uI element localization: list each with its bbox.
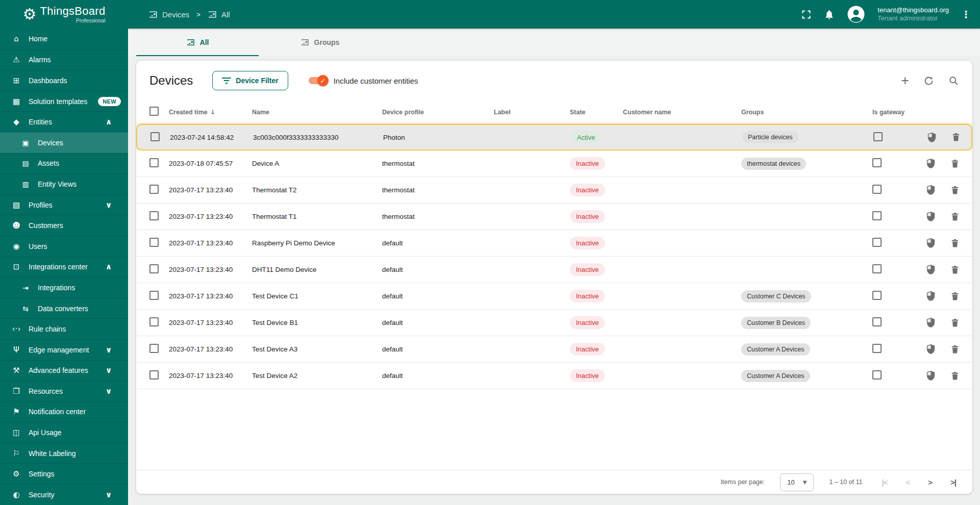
sidebar-item-solution-templates[interactable]: ▦ Solution templates NEW	[0, 91, 128, 112]
manage-credentials-shield-icon[interactable]	[926, 132, 937, 143]
sidebar-item-entity-views[interactable]: ▥ Entity Views	[0, 173, 128, 194]
table-row[interactable]: 2023-07-17 13:23:40 DHT11 Demo Device de…	[136, 257, 972, 283]
is-gateway-checkbox[interactable]	[872, 344, 882, 353]
group-chip[interactable]: Particle devices	[742, 131, 798, 143]
is-gateway-checkbox[interactable]	[873, 132, 883, 141]
group-chip[interactable]: Customer C Devices	[741, 290, 811, 302]
delete-trash-icon[interactable]	[950, 159, 960, 169]
table-row[interactable]: 2023-07-17 13:23:40 Test Device C1 defau…	[136, 283, 972, 310]
delete-trash-icon[interactable]	[950, 212, 960, 222]
table-row[interactable]: 2023-07-18 07:45:57 Device A thermostat …	[136, 150, 972, 177]
table-row[interactable]: 2023-07-17 13:23:40 Raspberry Pi Demo De…	[136, 230, 972, 257]
sidebar-item-settings[interactable]: ⚙ Settings	[0, 463, 128, 484]
page-size-select[interactable]: 10 ▼	[780, 473, 814, 491]
sidebar-item-resources[interactable]: ❐ Resources ∨	[0, 381, 128, 401]
sidebar-item-users[interactable]: ◉ Users	[0, 236, 128, 257]
fullscreen-button[interactable]	[801, 9, 812, 20]
column-is-gateway[interactable]: Is gateway	[872, 109, 918, 116]
delete-trash-icon[interactable]	[950, 238, 960, 248]
next-page-button[interactable]: >	[928, 478, 932, 487]
manage-credentials-shield-icon[interactable]	[925, 211, 936, 222]
is-gateway-checkbox[interactable]	[872, 370, 882, 380]
sidebar-item-edge-management[interactable]: Ψ Edge management ∨	[0, 339, 128, 360]
column-name[interactable]: Name	[252, 109, 382, 116]
app-logo[interactable]: ⚙ ThingsBoard Professional	[0, 0, 128, 29]
user-info[interactable]: tenant@thingsboard.org Tenant administra…	[877, 6, 949, 22]
is-gateway-checkbox[interactable]	[872, 185, 882, 194]
sidebar-item-dashboards[interactable]: ⊞ Dashboards	[0, 70, 128, 91]
manage-credentials-shield-icon[interactable]	[925, 185, 936, 195]
delete-trash-icon[interactable]	[950, 344, 960, 355]
is-gateway-checkbox[interactable]	[872, 238, 882, 247]
group-chip[interactable]: thermostat devices	[741, 158, 806, 170]
notifications-button[interactable]	[824, 9, 835, 20]
manage-credentials-shield-icon[interactable]	[925, 344, 936, 355]
include-customer-entities-toggle[interactable]: ✓	[309, 75, 327, 86]
manage-credentials-shield-icon[interactable]	[925, 238, 936, 248]
sidebar-item-assets[interactable]: ▤ Assets	[0, 153, 128, 174]
select-all-checkbox[interactable]	[149, 107, 159, 116]
search-button[interactable]	[948, 75, 959, 86]
more-vertical-icon[interactable]: ⋮	[961, 9, 971, 20]
table-row[interactable]: 2023-07-17 13:23:40 Thermostat T2 thermo…	[136, 177, 972, 204]
column-device-profile[interactable]: Device profile	[382, 109, 494, 116]
table-row[interactable]: 2023-07-17 13:23:40 Thermostat T1 thermo…	[136, 204, 972, 230]
sidebar-item-customers[interactable]: ☻ Customers	[0, 215, 128, 236]
breadcrumb-all[interactable]: All	[208, 10, 230, 19]
sidebar-item-profiles[interactable]: ▧ Profiles ∨	[0, 194, 128, 215]
group-chip[interactable]: Customer A Devices	[741, 370, 810, 382]
delete-trash-icon[interactable]	[950, 265, 960, 275]
delete-trash-icon[interactable]	[951, 132, 961, 142]
table-row[interactable]: 2023-07-24 14:58:42 3c003c000f3333333333…	[136, 124, 972, 150]
is-gateway-checkbox[interactable]	[872, 158, 882, 167]
sidebar-item-integrations-center[interactable]: ⊡ Integrations center ∧	[0, 257, 128, 277]
table-row[interactable]: 2023-07-17 13:23:40 Test Device B1 defau…	[136, 310, 972, 336]
sidebar-item-home[interactable]: ⌂ Home	[0, 29, 128, 49]
row-checkbox[interactable]	[149, 185, 159, 194]
last-page-button[interactable]: >|	[950, 478, 956, 487]
sidebar-item-security[interactable]: ◐ Security ∨	[0, 484, 128, 505]
delete-trash-icon[interactable]	[950, 291, 960, 301]
delete-trash-icon[interactable]	[950, 371, 960, 381]
row-checkbox[interactable]	[150, 132, 160, 141]
column-customer-name[interactable]: Customer name	[623, 109, 741, 116]
sidebar-item-alarms[interactable]: ⚠ Alarms	[0, 49, 128, 70]
manage-credentials-shield-icon[interactable]	[925, 158, 936, 169]
device-filter-button[interactable]: Device Filter	[212, 71, 288, 90]
sidebar-item-notification-center[interactable]: ⚑ Notification center	[0, 401, 128, 422]
table-row[interactable]: 2023-07-17 13:23:40 Test Device A3 defau…	[136, 336, 972, 363]
column-created-time[interactable]: Created time↓	[169, 109, 252, 116]
first-page-button[interactable]: |<	[882, 478, 888, 487]
delete-trash-icon[interactable]	[950, 185, 960, 195]
is-gateway-checkbox[interactable]	[872, 291, 882, 300]
sidebar-item-white-labeling[interactable]: ⚐ White Labeling	[0, 443, 128, 464]
group-chip[interactable]: Customer B Devices	[741, 317, 811, 329]
row-checkbox[interactable]	[149, 264, 159, 273]
column-label[interactable]: Label	[494, 109, 570, 116]
sidebar-item-integrations[interactable]: ⇥ Integrations	[0, 277, 128, 298]
column-state[interactable]: State	[570, 109, 623, 116]
is-gateway-checkbox[interactable]	[872, 317, 882, 326]
column-groups[interactable]: Groups	[741, 109, 872, 116]
sidebar-item-advanced-features[interactable]: ⚒ Advanced features ∨	[0, 360, 128, 381]
manage-credentials-shield-icon[interactable]	[925, 370, 936, 381]
sidebar-item-entities[interactable]: ◆ Entities ∧	[0, 111, 128, 132]
row-checkbox[interactable]	[149, 158, 159, 167]
sidebar-item-rule-chains[interactable]: ‹·› Rule chains	[0, 318, 128, 339]
row-checkbox[interactable]	[149, 238, 159, 247]
sidebar-item-devices[interactable]: ▣ Devices	[0, 132, 128, 153]
avatar[interactable]	[847, 5, 865, 23]
breadcrumb-devices[interactable]: Devices	[148, 10, 189, 19]
is-gateway-checkbox[interactable]	[872, 211, 882, 220]
manage-credentials-shield-icon[interactable]	[925, 317, 936, 328]
tab-groups[interactable]: Groups	[259, 29, 381, 56]
table-row[interactable]: 2023-07-17 13:23:40 Test Device A2 defau…	[136, 363, 972, 389]
row-checkbox[interactable]	[149, 370, 159, 380]
sidebar-item-data-converters[interactable]: ⇆ Data converters	[0, 298, 128, 319]
row-checkbox[interactable]	[149, 291, 159, 300]
refresh-button[interactable]	[923, 75, 934, 86]
row-checkbox[interactable]	[149, 317, 159, 326]
manage-credentials-shield-icon[interactable]	[925, 291, 936, 301]
manage-credentials-shield-icon[interactable]	[925, 264, 936, 275]
previous-page-button[interactable]: <	[906, 478, 910, 487]
